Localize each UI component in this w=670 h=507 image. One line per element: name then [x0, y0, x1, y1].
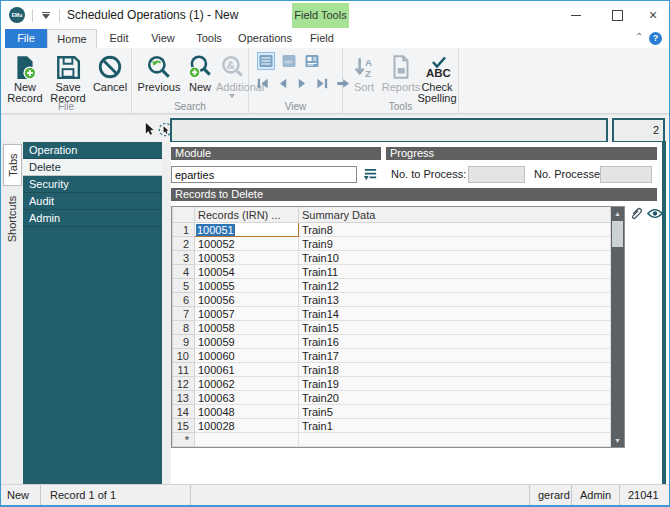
irn-cell[interactable]: 100061 [195, 363, 299, 377]
summary-cell[interactable]: Train10 [299, 251, 611, 265]
irn-cell[interactable]: 100028 [195, 419, 299, 433]
grid-vertical-scrollbar[interactable]: ▲ ▼ [611, 207, 624, 447]
check-spelling-button[interactable]: ABC Check Spelling [417, 50, 457, 103]
save-record-button[interactable]: Save Record [47, 50, 89, 103]
list-view-toggle[interactable] [257, 52, 275, 70]
irn-cell[interactable]: 100053 [195, 251, 299, 265]
row-number-cell[interactable]: 14 [173, 405, 195, 419]
irn-cell[interactable]: 100057 [195, 307, 299, 321]
previous-record-button[interactable] [274, 75, 291, 92]
minimize-button[interactable] [560, 1, 592, 29]
tab-view[interactable]: View [141, 29, 185, 48]
first-record-button[interactable] [254, 75, 271, 92]
tab-file[interactable]: File [5, 29, 47, 48]
irn-cell[interactable] [195, 433, 299, 447]
svg-text:Z: Z [365, 68, 371, 79]
summary-cell[interactable]: Train12 [299, 279, 611, 293]
new-record-button[interactable]: New Record [4, 50, 46, 103]
row-number-cell[interactable]: 5 [173, 279, 195, 293]
row-number-cell[interactable]: 7 [173, 307, 195, 321]
summary-cell[interactable]: Train19 [299, 377, 611, 391]
irn-cell[interactable]: 100051 [195, 223, 299, 237]
row-number-cell[interactable]: 6 [173, 293, 195, 307]
summary-cell[interactable]: Train17 [299, 349, 611, 363]
summary-cell[interactable]: Train9 [299, 237, 611, 251]
view-record-icon[interactable] [647, 208, 663, 219]
summary-cell[interactable]: Train11 [299, 265, 611, 279]
quick-access-dropdown-icon[interactable] [40, 12, 52, 19]
lookup-list-button[interactable] [361, 166, 379, 182]
module-input[interactable] [171, 166, 357, 183]
row-number-cell[interactable]: 15 [173, 419, 195, 433]
contextual-tab-field-tools[interactable]: Field Tools [292, 3, 349, 28]
scrollbar-thumb[interactable] [612, 221, 623, 247]
next-record-button[interactable] [294, 75, 311, 92]
irn-cell[interactable]: 100062 [195, 377, 299, 391]
irn-cell[interactable]: 100059 [195, 335, 299, 349]
irn-cell[interactable]: 100056 [195, 293, 299, 307]
sort-button[interactable]: AZ Sort [348, 50, 380, 93]
tab-home[interactable]: Home [47, 29, 97, 48]
scroll-up-icon[interactable]: ▲ [611, 207, 624, 220]
row-number-cell[interactable]: 10 [173, 349, 195, 363]
summary-cell[interactable]: Train5 [299, 405, 611, 419]
irn-cell[interactable]: 100054 [195, 265, 299, 279]
sidebar-item-delete[interactable]: Delete [23, 159, 162, 176]
irn-column-header[interactable]: Records (IRN) ... [195, 207, 299, 223]
row-number-cell[interactable]: 11 [173, 363, 195, 377]
maximize-button[interactable] [601, 1, 633, 29]
additional-search-button[interactable]: & Additional [216, 50, 248, 98]
pointer-tool-button[interactable] [140, 121, 156, 137]
help-icon[interactable]: ? [649, 32, 662, 45]
summary-cell[interactable]: Train14 [299, 307, 611, 321]
code-view-toggle[interactable]: </> [280, 52, 298, 70]
attachment-icon[interactable] [627, 204, 644, 223]
row-number-cell[interactable]: * [173, 433, 195, 447]
sidebar-item-audit[interactable]: Audit [23, 193, 162, 210]
corner-header[interactable] [173, 207, 195, 223]
irn-cell[interactable]: 100063 [195, 391, 299, 405]
reports-button[interactable]: Reports [381, 50, 421, 93]
summary-cell[interactable]: Train20 [299, 391, 611, 405]
summary-cell[interactable]: Train15 [299, 321, 611, 335]
sidebar-item-admin[interactable]: Admin [23, 210, 162, 227]
side-tab-tabs[interactable]: Tabs [3, 144, 22, 186]
new-search-button[interactable]: New [184, 50, 216, 93]
record-count-field: 2 [612, 118, 665, 143]
row-number-cell[interactable]: 12 [173, 377, 195, 391]
side-tab-shortcuts[interactable]: Shortcuts [3, 188, 22, 250]
collapse-ribbon-icon[interactable]: ⌃ [635, 31, 643, 42]
irn-cell[interactable]: 100052 [195, 237, 299, 251]
cancel-button[interactable]: Cancel [91, 50, 129, 93]
tab-tools[interactable]: Tools [185, 29, 233, 48]
summary-cell[interactable]: Train18 [299, 363, 611, 377]
scroll-down-icon[interactable]: ▼ [611, 434, 624, 447]
form-view-toggle[interactable] [303, 52, 321, 70]
previous-search-button[interactable]: Previous [136, 50, 182, 93]
tab-field[interactable]: Field [297, 29, 347, 48]
row-number-cell[interactable]: 1 [173, 223, 195, 237]
summary-column-header[interactable]: Summary Data [299, 207, 611, 223]
close-button[interactable]: × [637, 1, 669, 29]
irn-cell[interactable]: 100060 [195, 349, 299, 363]
sidebar-item-operation[interactable]: Operation [23, 142, 162, 159]
tab-operations[interactable]: Operations [233, 29, 297, 48]
last-record-button[interactable] [314, 75, 331, 92]
row-number-cell[interactable]: 13 [173, 391, 195, 405]
irn-cell[interactable]: 100058 [195, 321, 299, 335]
summary-cell[interactable]: Train8 [299, 223, 611, 237]
summary-cell[interactable]: Train13 [299, 293, 611, 307]
row-number-cell[interactable]: 4 [173, 265, 195, 279]
panel-splitter[interactable] [162, 142, 171, 485]
summary-cell[interactable]: Train16 [299, 335, 611, 349]
irn-cell[interactable]: 100055 [195, 279, 299, 293]
row-number-cell[interactable]: 3 [173, 251, 195, 265]
summary-cell[interactable] [299, 433, 611, 447]
irn-cell[interactable]: 100048 [195, 405, 299, 419]
sidebar-item-security[interactable]: Security [23, 176, 162, 193]
row-number-cell[interactable]: 2 [173, 237, 195, 251]
row-number-cell[interactable]: 9 [173, 335, 195, 349]
row-number-cell[interactable]: 8 [173, 321, 195, 335]
summary-cell[interactable]: Train1 [299, 419, 611, 433]
tab-edit[interactable]: Edit [97, 29, 141, 48]
